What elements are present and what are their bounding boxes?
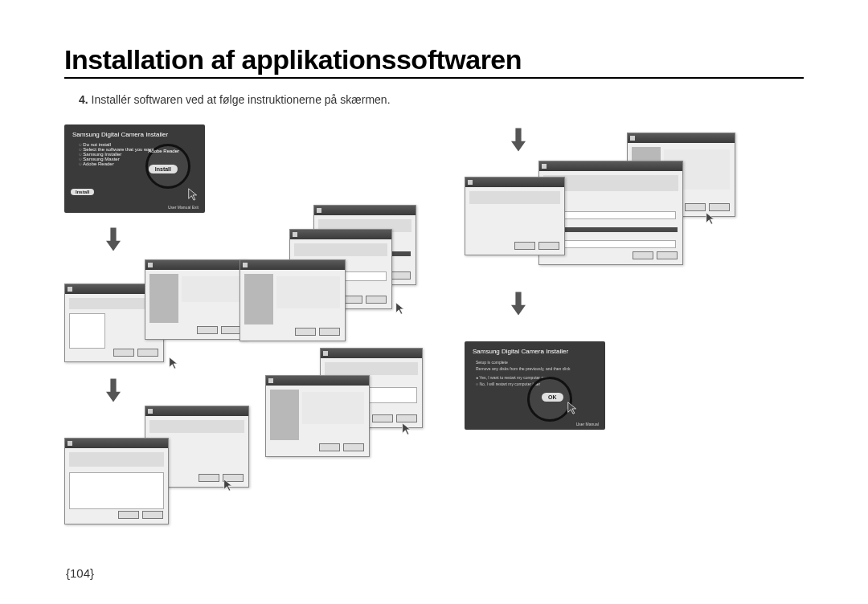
wizard-screenshot (145, 259, 248, 340)
cursor-icon (394, 301, 408, 316)
installer-title: Samsung Digital Camera Installer (473, 348, 605, 355)
ok-button[interactable]: OK (542, 393, 563, 402)
line: Remove any disks from the previously, an… (476, 365, 605, 372)
down-arrow-icon (511, 292, 526, 316)
wizard-screenshot (64, 438, 169, 524)
circled-label: Adobe Reader (148, 149, 179, 153)
down-arrow-icon (106, 378, 121, 402)
installer-footer: User Manual (576, 422, 599, 426)
wizard-screenshot (265, 375, 370, 457)
install-pill-small: Install (71, 189, 94, 195)
page-title: Installation af applikationssoftwaren (64, 44, 804, 76)
step-number: 4. (79, 93, 88, 106)
line: Setup is complete (476, 359, 605, 365)
install-button[interactable]: Install (149, 165, 178, 173)
screenshots-area: Samsung Digital Camera Installer Do not … (64, 124, 788, 558)
down-arrow-icon (106, 227, 121, 251)
step-text: Installér softwaren ved at følge instruk… (92, 93, 391, 106)
installer-title: Samsung Digital Camera Installer (72, 131, 205, 138)
cursor-icon (167, 356, 182, 370)
down-arrow-icon (511, 128, 526, 152)
step-line: 4. Installér softwaren ved at følge inst… (64, 93, 804, 106)
installer-finish-panel: Samsung Digital Camera Installer Setup i… (465, 341, 605, 430)
wizard-screenshot (240, 259, 346, 341)
title-underline (64, 77, 804, 79)
page-number: {104} (66, 566, 94, 580)
installer-footer: User Manual Exit (168, 205, 199, 210)
wizard-screenshot (465, 177, 565, 255)
installer-start-panel: Samsung Digital Camera Installer Do not … (64, 124, 205, 213)
